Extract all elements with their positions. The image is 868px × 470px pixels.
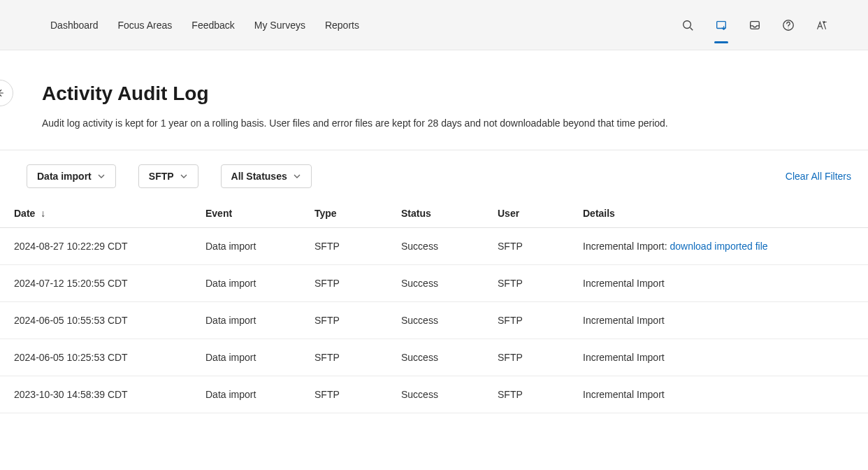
cell-details: Incremental Import [569, 302, 868, 339]
nav-link-feedback[interactable]: Feedback [191, 20, 234, 31]
cell-event: Data import [191, 376, 301, 413]
col-header-status[interactable]: Status [387, 199, 484, 228]
filter-event-label: Data import [37, 171, 92, 182]
cell-details: Incremental Import [569, 265, 868, 302]
language-icon[interactable] [813, 17, 830, 34]
cell-user: SFTP [484, 339, 569, 376]
cell-status: Success [387, 339, 484, 376]
inbox-icon[interactable] [746, 17, 763, 34]
cell-type: SFTP [301, 265, 387, 302]
cell-date: 2024-06-05 10:25:53 CDT [0, 339, 191, 376]
svg-point-0 [683, 20, 691, 28]
svg-rect-2 [717, 21, 726, 28]
cell-user: SFTP [484, 228, 569, 265]
cell-date: 2024-07-12 15:20:55 CDT [0, 265, 191, 302]
cell-status: Success [387, 376, 484, 413]
svg-point-5 [788, 27, 788, 28]
table-row: 2024-08-27 10:22:29 CDTData importSFTPSu… [0, 228, 868, 265]
cell-status: Success [387, 228, 484, 265]
cell-event: Data import [191, 228, 301, 265]
top-nav: Dashboard Focus Areas Feedback My Survey… [0, 0, 868, 50]
filter-event[interactable]: Data import [27, 164, 116, 188]
page-subtitle: Audit log activity is kept for 1 year on… [0, 118, 868, 129]
nav-icons [679, 17, 830, 34]
table-header-row: Date ↓ Event Type Status User Details [0, 199, 868, 228]
filters-row: Data import SFTP All Statuses Clear All … [0, 150, 868, 199]
cell-date: 2023-10-30 14:58:39 CDT [0, 376, 191, 413]
cell-user: SFTP [484, 302, 569, 339]
search-icon[interactable] [679, 17, 696, 34]
svg-rect-3 [751, 21, 760, 29]
table-row: 2024-06-05 10:25:53 CDTData importSFTPSu… [0, 339, 868, 376]
cell-type: SFTP [301, 302, 387, 339]
clear-filters-link[interactable]: Clear All Filters [786, 171, 851, 182]
nav-link-focus-areas[interactable]: Focus Areas [118, 20, 173, 31]
col-header-details[interactable]: Details [569, 199, 868, 228]
svg-line-1 [690, 27, 693, 30]
sort-desc-icon: ↓ [41, 208, 45, 219]
cell-details: Incremental Import [569, 376, 868, 413]
download-link[interactable]: download imported file [670, 241, 768, 252]
arrow-left-icon [0, 88, 5, 98]
cell-event: Data import [191, 302, 301, 339]
table-row: 2024-07-12 15:20:55 CDTData importSFTPSu… [0, 265, 868, 302]
cell-type: SFTP [301, 339, 387, 376]
help-icon[interactable] [780, 17, 797, 34]
cell-user: SFTP [484, 376, 569, 413]
nav-links: Dashboard Focus Areas Feedback My Survey… [50, 20, 679, 31]
col-header-type[interactable]: Type [301, 199, 387, 228]
cell-details: Incremental Import [569, 339, 868, 376]
table-row: 2024-06-05 10:55:53 CDTData importSFTPSu… [0, 302, 868, 339]
import-icon[interactable] [713, 17, 730, 34]
nav-link-dashboard[interactable]: Dashboard [50, 20, 99, 31]
cell-status: Success [387, 265, 484, 302]
nav-link-reports[interactable]: Reports [325, 20, 359, 31]
filter-status[interactable]: All Statuses [221, 164, 312, 188]
page-title: Activity Audit Log [42, 83, 840, 105]
cell-event: Data import [191, 339, 301, 376]
cell-status: Success [387, 302, 484, 339]
cell-event: Data import [191, 265, 301, 302]
details-prefix: Incremental Import: [583, 241, 670, 252]
cell-date: 2024-08-27 10:22:29 CDT [0, 228, 191, 265]
page-header: Activity Audit Log [0, 50, 868, 118]
nav-link-my-surveys[interactable]: My Surveys [254, 20, 305, 31]
col-header-date-label: Date [14, 208, 35, 219]
chevron-down-icon [293, 172, 301, 180]
chevron-down-icon [97, 172, 106, 180]
filter-status-label: All Statuses [231, 171, 287, 182]
cell-user: SFTP [484, 265, 569, 302]
filter-type[interactable]: SFTP [138, 164, 198, 188]
filter-type-label: SFTP [149, 171, 174, 182]
audit-table: Date ↓ Event Type Status User Details 20… [0, 199, 868, 413]
back-button[interactable] [0, 80, 13, 106]
col-header-date[interactable]: Date ↓ [0, 199, 191, 228]
cell-type: SFTP [301, 376, 387, 413]
chevron-down-icon [180, 172, 188, 180]
col-header-event[interactable]: Event [191, 199, 301, 228]
table-row: 2023-10-30 14:58:39 CDTData importSFTPSu… [0, 376, 868, 413]
col-header-user[interactable]: User [484, 199, 569, 228]
cell-details: Incremental Import: download imported fi… [569, 228, 868, 265]
cell-date: 2024-06-05 10:55:53 CDT [0, 302, 191, 339]
cell-type: SFTP [301, 228, 387, 265]
